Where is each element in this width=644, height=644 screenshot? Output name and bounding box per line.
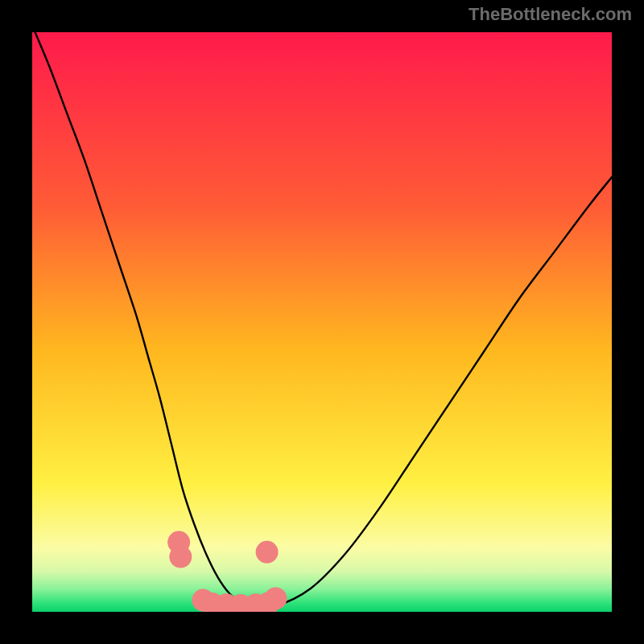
marker-group [167, 531, 287, 612]
plot-area [32, 32, 612, 612]
curve-layer [32, 32, 612, 612]
marker-dot [256, 541, 279, 564]
marker-dot [264, 587, 287, 609]
chart-root: TheBottleneck.com [0, 0, 644, 644]
bottleneck-curve [35, 32, 612, 608]
marker-dot [169, 546, 192, 568]
attribution-label: TheBottleneck.com [469, 4, 632, 25]
